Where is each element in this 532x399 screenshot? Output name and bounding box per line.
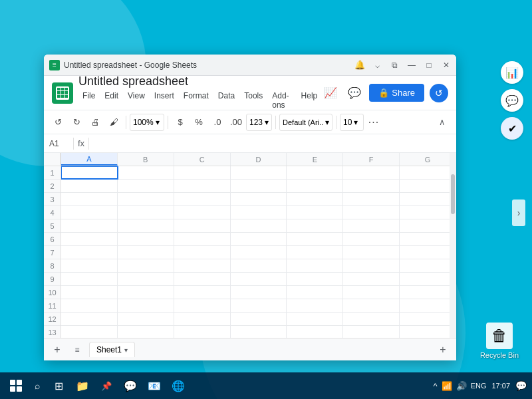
redo-button[interactable]: ↻ [68,114,85,131]
menu-view[interactable]: View [124,90,149,111]
cell-d7[interactable] [231,246,287,259]
cell-c1[interactable] [174,166,231,179]
side-chart-icon[interactable]: 📊 [501,61,523,84]
decimal-inc-button[interactable]: .00 [227,114,245,131]
cell-f1[interactable] [343,166,400,179]
font-family-selector[interactable]: Default (Ari... ▾ [279,114,332,131]
cell-g9[interactable] [400,273,456,285]
menu-data[interactable]: Data [214,90,239,111]
comments-icon[interactable]: 💬 [345,84,364,102]
cell-e13[interactable] [287,326,343,338]
cell-f13[interactable] [343,326,400,338]
cell-e4[interactable] [287,206,343,219]
cell-c13[interactable] [174,326,231,338]
menu-file[interactable]: File [78,90,99,111]
cell-e11[interactable] [287,299,343,312]
col-header-e[interactable]: E [287,153,343,166]
paint-format-button[interactable]: 🖌 [105,114,122,131]
cell-a9[interactable] [61,273,118,285]
taskbar-pin-icon[interactable]: 📌 [96,375,117,396]
vertical-scrollbar[interactable] [450,153,456,338]
close-button[interactable]: ✕ [442,61,451,70]
formula-input[interactable] [93,138,451,148]
taskbar-browser-icon[interactable]: 🌐 [168,375,189,396]
cell-e10[interactable] [287,286,343,299]
cell-d4[interactable] [231,206,287,219]
zoom-selector[interactable]: 100% ▾ [130,114,164,131]
cell-c2[interactable] [174,180,231,192]
cell-b2[interactable] [118,180,174,192]
cell-b11[interactable] [118,299,174,312]
cell-f9[interactable] [343,273,400,285]
cell-e3[interactable] [287,193,343,205]
cell-f11[interactable] [343,299,400,312]
cell-a6[interactable] [61,233,118,245]
cell-g11[interactable] [400,299,456,312]
cell-d6[interactable] [231,233,287,245]
col-header-f[interactable]: F [343,153,400,166]
cell-b9[interactable] [118,273,174,285]
cell-a13[interactable] [61,326,118,338]
cell-a7[interactable] [61,246,118,259]
cell-f6[interactable] [343,233,400,245]
taskbar-search-button[interactable]: ⌕ [29,378,45,394]
side-tasks-icon[interactable]: ✔ [501,117,523,140]
cell-b13[interactable] [118,326,174,338]
cell-b6[interactable] [118,233,174,245]
cell-e7[interactable] [287,246,343,259]
cell-b8[interactable] [118,259,174,272]
profile-avatar[interactable]: ↺ [430,84,448,102]
cell-e12[interactable] [287,313,343,325]
cell-e2[interactable] [287,180,343,192]
recycle-bin[interactable]: 🗑 Recycle Bin [480,323,519,359]
font-size-selector[interactable]: 10 ▾ [340,114,364,131]
cell-d10[interactable] [231,286,287,299]
menu-insert[interactable]: Insert [150,90,178,111]
col-header-d[interactable]: D [231,153,287,166]
chart-explore-icon[interactable]: 📈 [321,84,340,102]
spreadsheet-title[interactable]: Untitled spreadsheet [78,74,321,89]
cell-d8[interactable] [231,259,287,272]
language-indicator[interactable]: ENG [471,382,487,390]
taskbar-clock[interactable]: 17:07 [491,382,510,390]
cell-c10[interactable] [174,286,231,299]
minimize-button[interactable]: — [407,61,416,70]
currency-button[interactable]: $ [172,114,189,131]
cell-d5[interactable] [231,219,287,232]
cell-d3[interactable] [231,193,287,205]
cell-f10[interactable] [343,286,400,299]
taskbar-teams-icon[interactable]: 💬 [120,375,141,396]
cell-g4[interactable] [400,206,456,219]
cell-f12[interactable] [343,313,400,325]
volume-icon[interactable]: 🔊 [456,381,467,391]
cell-c4[interactable] [174,206,231,219]
menu-help[interactable]: Help [297,90,322,111]
add-sheet-right-button[interactable]: + [435,342,451,358]
cell-d2[interactable] [231,180,287,192]
cell-b7[interactable] [118,246,174,259]
cell-g5[interactable] [400,219,456,232]
add-sheet-button[interactable]: + [49,342,65,358]
cell-a8[interactable] [61,259,118,272]
start-button[interactable] [5,375,27,396]
maximize-button[interactable]: □ [424,61,434,70]
cell-f7[interactable] [343,246,400,259]
col-header-c[interactable]: C [174,153,231,166]
scroll-thumb[interactable] [451,174,455,214]
cell-g6[interactable] [400,233,456,245]
taskbar-task-view[interactable]: ⊞ [48,375,69,396]
share-button[interactable]: 🔒 Share [369,84,424,102]
decimal-dec-button[interactable]: .0 [209,114,226,131]
side-panel-toggle[interactable]: › [512,200,525,226]
cell-b5[interactable] [118,219,174,232]
menu-edit[interactable]: Edit [100,90,122,111]
cell-a10[interactable] [61,286,118,299]
menu-tools[interactable]: Tools [240,90,267,111]
copy-window-icon[interactable]: ⧉ [390,61,399,70]
cell-b4[interactable] [118,206,174,219]
cell-g12[interactable] [400,313,456,325]
cell-a11[interactable] [61,299,118,312]
system-tray-caret[interactable]: ^ [434,381,438,391]
taskbar-file-explorer[interactable]: 📁 [72,375,93,396]
notification-bell-icon[interactable]: 🔔 [355,61,364,70]
